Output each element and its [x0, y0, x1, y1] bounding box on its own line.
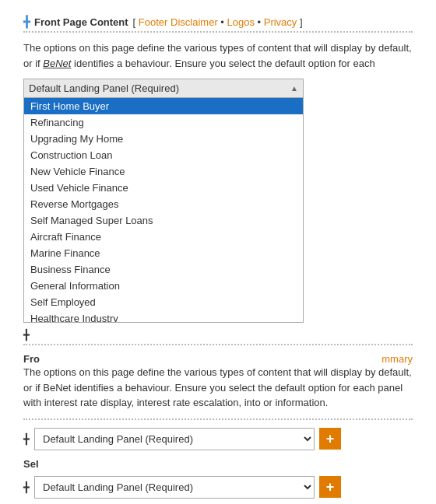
fro-label: Fro — [23, 353, 40, 365]
add-button-2[interactable]: + — [319, 476, 341, 498]
add-panel-icon-2[interactable]: ╋ — [23, 481, 30, 493]
list-item[interactable]: Aircraft Finance — [24, 229, 303, 245]
list-item[interactable]: Marine Finance — [24, 245, 303, 261]
listbox-wrapper: Default Landing Panel (Required) ▲ First… — [23, 79, 413, 323]
list-item[interactable]: Used Vehicle Finance — [24, 180, 303, 196]
select-panel-heading-row: Sel — [23, 458, 413, 470]
list-item[interactable]: Refinancing — [24, 114, 303, 131]
mid-divider-2 — [23, 418, 413, 420]
listbox[interactable]: First Home Buyer Refinancing Upgrading M… — [23, 97, 304, 323]
logos-link[interactable]: Logos — [227, 16, 255, 28]
page-description: The options on this page define the vari… — [23, 40, 413, 71]
list-item[interactable]: Healthcare Industry — [24, 310, 303, 323]
section-links: [ Footer Disclaimer • Logos • Privacy ] — [133, 16, 303, 28]
panel-select-row-1: ╋ Default Landing Panel (Required) + — [23, 428, 413, 450]
list-item[interactable]: Self Managed Super Loans — [24, 212, 303, 229]
front-page-content-header: ╋ Front Page Content [ Footer Disclaimer… — [23, 8, 413, 28]
summary-link[interactable]: mmary — [382, 353, 413, 365]
mid-section-header: ╋ — [23, 329, 413, 341]
list-item[interactable]: Upgrading My Home — [24, 131, 303, 147]
fro-row: Fro mmary — [23, 353, 413, 365]
expand-icon-2[interactable]: ╋ — [23, 329, 30, 341]
top-divider — [23, 31, 413, 33]
add-button-1[interactable]: + — [319, 428, 341, 450]
mid-section: ╋ Fro mmary The options on this page def… — [23, 329, 413, 499]
select-panel-label: Sel — [23, 458, 39, 470]
list-item[interactable]: General Information — [24, 278, 303, 294]
list-item[interactable]: First Home Buyer — [24, 98, 303, 114]
footer-disclaimer-link[interactable]: Footer Disclaimer — [139, 16, 218, 28]
panel-select-2[interactable]: Default Landing Panel (Required) — [34, 476, 315, 499]
listbox-header: Default Landing Panel (Required) ▲ — [23, 79, 304, 97]
listbox-label-text: Default Landing Panel (Required) — [29, 82, 179, 94]
expand-icon[interactable]: ╋ — [23, 16, 30, 28]
list-item[interactable]: Construction Loan — [24, 147, 303, 163]
section2-description: The options on this page define the vari… — [23, 365, 413, 411]
panel-select-1[interactable]: Default Landing Panel (Required) — [34, 428, 315, 450]
privacy-link[interactable]: Privacy — [264, 16, 297, 28]
mid-divider — [23, 344, 413, 345]
list-item[interactable]: Business Finance — [24, 261, 303, 278]
listbox-arrow-icon: ▲ — [290, 84, 298, 93]
panel-select-row-2: ╋ Default Landing Panel (Required) + — [23, 476, 413, 499]
list-item[interactable]: Reverse Mortgages — [24, 196, 303, 212]
add-panel-icon-1[interactable]: ╋ — [23, 433, 30, 445]
list-item[interactable]: New Vehicle Finance — [24, 163, 303, 180]
section-title: Front Page Content — [34, 16, 128, 28]
list-item[interactable]: Self Employed — [24, 294, 303, 310]
